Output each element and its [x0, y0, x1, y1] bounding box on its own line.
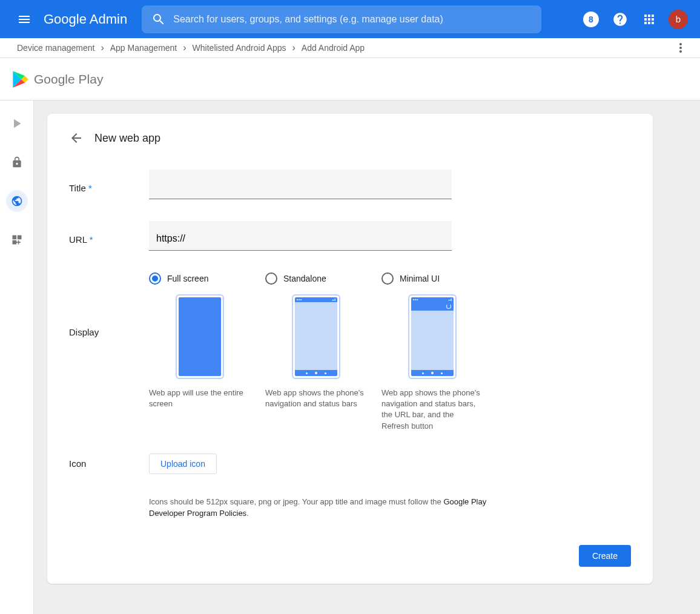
chevron-right-icon: › — [292, 42, 295, 53]
play-sidebar — [0, 101, 34, 614]
sidebar-item-apps[interactable] — [6, 113, 28, 134]
chevron-right-icon: › — [183, 42, 186, 53]
option-desc: Web app will use the entire screen — [149, 388, 251, 409]
chevron-right-icon: › — [101, 42, 104, 53]
updates-button[interactable]: 8 — [579, 7, 603, 31]
phone-preview-fullscreen — [176, 294, 224, 379]
create-button[interactable]: Create — [579, 545, 631, 567]
icon-note: Icons should be 512px square, png or jpe… — [149, 496, 488, 520]
breadcrumb-item-0[interactable]: Device management — [17, 43, 94, 53]
radio-standalone[interactable]: Standalone — [265, 272, 367, 285]
radio-minimal[interactable]: Minimal UI — [381, 272, 483, 285]
display-option-fullscreen: Full screen Web app will use the entire … — [149, 272, 251, 432]
back-button[interactable] — [69, 131, 84, 145]
url-input[interactable] — [149, 221, 452, 251]
sidebar-item-private[interactable] — [6, 151, 28, 173]
search-icon — [151, 12, 166, 27]
upload-icon-button[interactable]: Upload icon — [149, 454, 217, 474]
logo-google-text: Google — [44, 12, 87, 27]
search-box[interactable] — [142, 5, 541, 33]
radio-icon — [149, 272, 161, 285]
menu-button[interactable] — [10, 5, 39, 34]
title-input[interactable] — [149, 170, 452, 199]
refresh-icon — [446, 304, 451, 309]
updates-badge-icon: 8 — [583, 12, 599, 27]
display-option-minimal: Minimal UI Web app shows the phone's nav — [381, 272, 483, 432]
breadcrumb-item-1[interactable]: App Management — [110, 43, 177, 53]
apps-button[interactable] — [637, 7, 661, 31]
option-desc: Web app shows the phone's navigation and… — [265, 388, 367, 409]
phone-preview-minimal — [408, 294, 457, 379]
admin-header: Google Admin 8 b — [0, 0, 700, 38]
radio-label: Full screen — [167, 274, 208, 283]
radio-label: Standalone — [283, 274, 326, 283]
radio-fullscreen[interactable]: Full screen — [149, 272, 251, 285]
radio-icon — [381, 272, 394, 285]
radio-icon — [265, 272, 277, 285]
arrow-back-icon — [69, 131, 84, 145]
google-play-logo: Google Play — [12, 70, 103, 88]
globe-icon — [11, 195, 23, 207]
radio-label: Minimal UI — [400, 274, 440, 283]
play-header-text: Google Play — [34, 72, 103, 87]
display-label: Display — [69, 272, 149, 337]
breadcrumb-item-2[interactable]: Whitelisted Android Apps — [193, 43, 286, 53]
play-triangle-icon — [12, 70, 29, 88]
new-web-app-card: New web app Title * URL * Display — [47, 114, 653, 584]
display-option-standalone: Standalone Web app shows the phone's nav… — [265, 272, 367, 432]
lock-icon — [11, 156, 23, 168]
apps-grid-icon — [642, 12, 656, 27]
play-header: Google Play — [0, 58, 700, 101]
phone-preview-standalone — [292, 294, 340, 379]
widgets-icon — [11, 234, 23, 246]
sidebar-item-web-apps[interactable] — [6, 190, 28, 212]
more-options-button[interactable] — [673, 41, 688, 55]
logo-admin-text: Admin — [90, 12, 127, 27]
search-input[interactable] — [173, 14, 532, 25]
page-title: New web app — [94, 132, 160, 145]
hamburger-icon — [17, 12, 31, 27]
more-vert-icon — [673, 41, 688, 55]
main-area: New web app Title * URL * Display — [34, 101, 700, 614]
account-button[interactable]: b — [666, 7, 690, 31]
option-desc: Web app shows the phone's navigation and… — [381, 388, 483, 432]
icon-label: Icon — [69, 454, 149, 469]
help-button[interactable] — [608, 7, 632, 31]
url-label: URL * — [69, 221, 149, 245]
breadcrumb: Device management › App Management › Whi… — [0, 38, 700, 58]
google-admin-logo: Google Admin — [44, 12, 127, 27]
title-label: Title * — [69, 170, 149, 193]
sidebar-item-organize[interactable] — [6, 229, 28, 251]
breadcrumb-item-3[interactable]: Add Android App — [302, 43, 365, 53]
help-icon — [612, 12, 628, 27]
avatar: b — [669, 10, 688, 29]
play-outline-icon — [10, 117, 24, 130]
